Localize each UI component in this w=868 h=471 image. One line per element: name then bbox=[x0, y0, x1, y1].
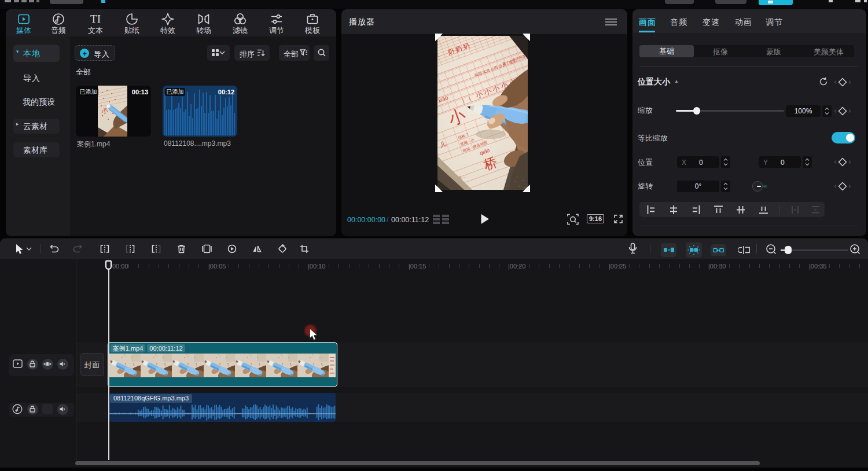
svg-text:TI: TI bbox=[90, 13, 101, 25]
svg-text:小: 小 bbox=[100, 107, 108, 115]
